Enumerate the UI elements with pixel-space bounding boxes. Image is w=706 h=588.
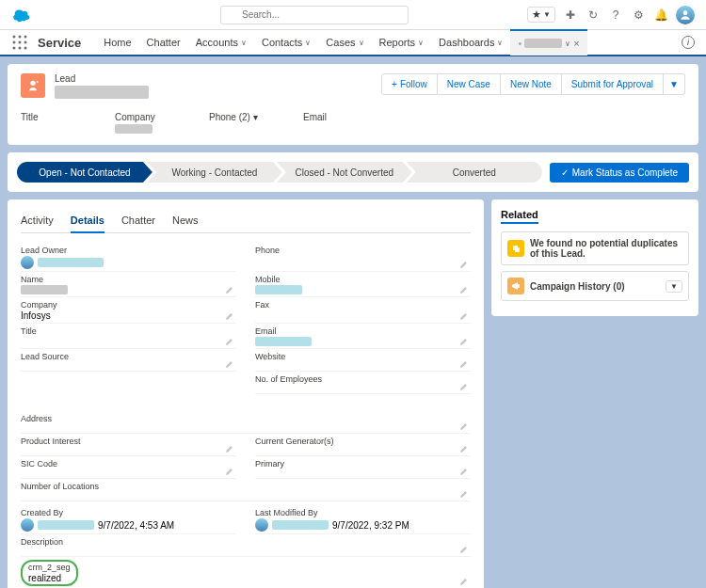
edit-pencil-icon[interactable] (225, 359, 234, 369)
svg-point-9 (24, 47, 27, 50)
header-actions: ★▼ ✚ ↻ ? ⚙ 🔔 (527, 6, 695, 24)
setup-gear-icon[interactable]: ⚙ (631, 8, 646, 23)
name-redacted (21, 285, 68, 294)
nav-reports[interactable]: Reports∨ (372, 29, 432, 56)
edit-pencil-icon[interactable] (459, 489, 469, 499)
createdby-redacted (38, 520, 94, 530)
tab-close-icon[interactable]: × (573, 38, 579, 49)
edit-pencil-icon[interactable] (225, 444, 234, 453)
record-header: Lead +Follow New Case New Note Submit fo… (8, 64, 698, 145)
tab-chatter[interactable]: Chatter (121, 209, 155, 232)
edit-pencil-icon[interactable] (459, 444, 469, 453)
field-sic: SIC Code (21, 456, 236, 479)
info-icon[interactable]: i (682, 36, 695, 49)
edit-pencil-icon[interactable] (459, 285, 469, 294)
field-product-interest: Product Interest (21, 434, 236, 456)
path: Open - Not Contacted Working - Contacted… (17, 162, 542, 183)
edit-pencil-icon[interactable] (225, 337, 234, 346)
svg-point-2 (19, 36, 22, 39)
header-action-buttons: +Follow New Case New Note Submit for App… (381, 73, 685, 95)
field-description: Description (21, 534, 471, 557)
help-icon[interactable]: ? (608, 8, 623, 23)
app-launcher-icon[interactable] (11, 34, 28, 51)
svg-point-5 (19, 41, 22, 44)
owner-redacted (38, 258, 104, 267)
expand-chevron-icon[interactable]: ▼ (666, 280, 682, 293)
tab-news[interactable]: News (172, 209, 199, 232)
nav-cases[interactable]: Cases∨ (318, 29, 371, 56)
nav-chatter[interactable]: Chatter (139, 29, 188, 56)
svg-point-0 (683, 10, 688, 15)
favorites-button[interactable]: ★▼ (527, 7, 555, 23)
mobile-redacted (255, 285, 302, 294)
global-search-input[interactable] (220, 6, 409, 24)
detail-tabs: Activity Details Chatter News (21, 209, 471, 233)
star-icon: ★ (532, 8, 541, 21)
path-step-open[interactable]: Open - Not Contacted (17, 162, 152, 183)
edit-pencil-icon[interactable] (225, 285, 234, 294)
avatar-icon (21, 518, 34, 532)
related-campaign-history[interactable]: Campaign History (0) ▼ (501, 271, 689, 301)
notifications-bell-icon[interactable]: 🔔 (653, 8, 668, 23)
path-step-closed[interactable]: Closed - Not Converted (277, 162, 412, 183)
edit-pencil-icon[interactable] (459, 337, 469, 346)
tab-details[interactable]: Details (71, 209, 104, 233)
edit-pencil-icon[interactable] (459, 359, 469, 369)
field-website: Website (255, 349, 471, 372)
new-case-button[interactable]: New Case (438, 73, 501, 95)
email-redacted (255, 337, 312, 346)
field-lead-source: Lead Source (21, 349, 236, 372)
field-current-gen: Current Generator(s) (255, 434, 471, 456)
user-avatar[interactable] (676, 6, 695, 24)
field-mobile: Mobile (255, 272, 471, 297)
mark-status-complete-button[interactable]: ✓Mark Status as Complete (550, 163, 689, 183)
edit-pencil-icon[interactable] (225, 311, 234, 321)
record-name-redacted (55, 86, 149, 99)
detail-panel: Activity Details Chatter News Lead Owner… (8, 199, 484, 588)
field-fax: Fax (255, 297, 471, 324)
edit-pencil-icon[interactable] (459, 421, 469, 431)
nav-active-record-tab[interactable]: • ∨ × (510, 29, 586, 56)
lead-icon (21, 73, 45, 98)
field-employees: No. of Employees (255, 372, 471, 394)
related-title: Related (501, 209, 538, 224)
global-add-icon[interactable]: ✚ (563, 8, 578, 23)
new-note-button[interactable]: New Note (501, 73, 562, 95)
nav-accounts[interactable]: Accounts∨ (188, 29, 254, 56)
hl-phone-label[interactable]: Phone (2)▾ (209, 112, 265, 122)
path-step-converted[interactable]: Converted (407, 162, 542, 183)
global-search-wrap (220, 6, 409, 24)
edit-pencil-icon[interactable] (459, 382, 469, 391)
field-title: Title (21, 324, 236, 349)
more-actions-button[interactable]: ▼ (664, 73, 685, 95)
history-icon[interactable]: ↻ (586, 8, 601, 23)
svg-point-4 (13, 41, 16, 44)
edit-pencil-icon[interactable] (225, 467, 234, 476)
edit-pencil-icon[interactable] (459, 577, 469, 586)
circled-highlight: crm_2_seg realized (21, 560, 78, 586)
field-lead-owner: Lead Owner (21, 243, 236, 272)
field-email: Email (255, 324, 471, 349)
field-created-by: Created By 9/7/2022, 4:53 AM (21, 505, 236, 534)
submit-approval-button[interactable]: Submit for Approval (562, 73, 664, 95)
related-panel: Related We found no potential duplicates… (491, 199, 698, 588)
path-step-working[interactable]: Working - Contacted (147, 162, 282, 183)
hl-title-label: Title (21, 112, 77, 122)
edit-pencil-icon[interactable] (459, 545, 469, 554)
field-modified-by: Last Modified By 9/7/2022, 9:32 PM (255, 505, 471, 534)
svg-point-1 (13, 36, 16, 39)
field-address: Address (21, 411, 471, 434)
nav-dashboards[interactable]: Dashboards∨ (431, 29, 510, 56)
salesforce-logo (11, 8, 32, 23)
svg-rect-13 (518, 284, 520, 288)
edit-pencil-icon[interactable] (459, 467, 469, 476)
edit-pencil-icon[interactable] (459, 311, 469, 321)
tab-activity[interactable]: Activity (21, 209, 54, 232)
field-phone: Phone (255, 243, 471, 272)
follow-button[interactable]: +Follow (381, 73, 438, 95)
edit-pencil-icon[interactable] (459, 260, 469, 269)
nav-contacts[interactable]: Contacts∨ (254, 29, 318, 56)
related-duplicates[interactable]: We found no potential duplicates of this… (501, 231, 689, 265)
nav-home[interactable]: Home (96, 29, 138, 56)
field-name: Name (21, 272, 236, 297)
